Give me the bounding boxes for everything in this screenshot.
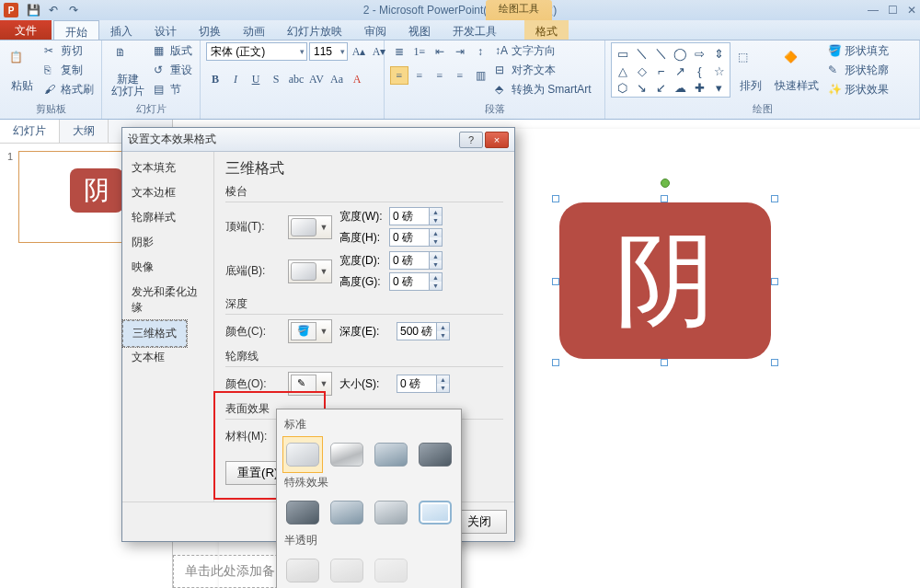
arrange-button[interactable]: ⬚ 排列: [734, 42, 767, 101]
spin-down-icon[interactable]: ▼: [429, 282, 442, 290]
nav-text-fill[interactable]: 文本填充: [122, 156, 213, 180]
quick-styles-button[interactable]: 🔶 快速样式: [771, 42, 822, 101]
shape-conn2-icon[interactable]: ↙: [652, 80, 670, 95]
redo-icon[interactable]: ↷: [66, 3, 81, 17]
justify-icon[interactable]: ≡: [451, 66, 469, 85]
layout-button[interactable]: ▦版式: [152, 42, 194, 59]
resize-handle-w[interactable]: [552, 278, 559, 285]
char-spacing-button[interactable]: AV: [307, 70, 326, 88]
tab-slideshow[interactable]: 幻灯片放映: [276, 20, 353, 40]
align-center-icon[interactable]: ≡: [410, 66, 429, 85]
resize-handle-nw[interactable]: [552, 195, 559, 202]
shape-arrow-icon[interactable]: ⇨: [691, 45, 708, 62]
save-icon[interactable]: 💾: [26, 3, 40, 17]
dialog-close-button[interactable]: ×: [485, 132, 509, 148]
tab-transitions[interactable]: 切换: [188, 20, 232, 40]
section-button[interactable]: ▤节: [152, 81, 194, 98]
resize-handle-n[interactable]: [661, 195, 668, 202]
shape-star-icon[interactable]: ☆: [710, 63, 728, 78]
shape-l-icon[interactable]: ⌐: [652, 63, 670, 78]
nav-text-outline[interactable]: 文本边框: [122, 180, 213, 205]
paste-button[interactable]: 📋 粘贴: [6, 42, 39, 101]
nav-textbox[interactable]: 文本框: [122, 345, 213, 370]
nav-glow[interactable]: 发光和柔化边缘: [122, 280, 213, 320]
top-bevel-dropdown[interactable]: ▼: [288, 215, 332, 239]
decrease-indent-icon[interactable]: ⇤: [431, 42, 449, 61]
font-size-combo[interactable]: 115: [309, 42, 348, 61]
text-direction-button[interactable]: ↕A文字方向: [493, 42, 593, 59]
spin-up-icon[interactable]: ▲: [429, 252, 442, 260]
material-option-clear[interactable]: [371, 552, 411, 588]
shape-conn-icon[interactable]: ↘: [633, 80, 650, 95]
underline-button[interactable]: U: [247, 70, 265, 88]
dialog-titlebar[interactable]: 设置文本效果格式 ? ×: [122, 128, 514, 152]
undo-icon[interactable]: ↶: [46, 3, 61, 17]
nav-reflection[interactable]: 映像: [122, 255, 213, 280]
spin-down-icon[interactable]: ▼: [429, 216, 442, 225]
nav-outline-style[interactable]: 轮廓样式: [122, 205, 213, 230]
align-left-icon[interactable]: ≡: [390, 66, 408, 85]
material-option-matte-warm[interactable]: [282, 436, 323, 473]
shape-updown-icon[interactable]: ⇕: [710, 45, 728, 62]
contour-size-spinner[interactable]: ▲▼: [397, 375, 450, 393]
shape-outline-button[interactable]: ✎形状轮廓: [826, 62, 891, 78]
material-option-flat[interactable]: [371, 494, 411, 531]
resize-handle-sw[interactable]: [552, 359, 559, 366]
rotation-handle[interactable]: [661, 179, 670, 188]
material-option-translucent[interactable]: [327, 552, 367, 588]
material-option-plastic[interactable]: [371, 436, 411, 473]
depth-color-dropdown[interactable]: 🪣▼: [288, 319, 332, 343]
bullets-icon[interactable]: ≣: [390, 42, 408, 61]
font-name-combo[interactable]: 宋体 (正文): [206, 42, 307, 61]
resize-handle-se[interactable]: [771, 359, 778, 366]
tab-view[interactable]: 视图: [397, 20, 442, 40]
tab-animations[interactable]: 动画: [232, 20, 276, 40]
bottom-width-spinner[interactable]: ▲▼: [389, 251, 443, 270]
close-window-icon[interactable]: ✕: [907, 4, 916, 17]
nav-shadow[interactable]: 阴影: [122, 230, 213, 255]
spin-down-icon[interactable]: ▼: [436, 384, 449, 392]
new-slide-button[interactable]: 🗎 新建 幻灯片: [108, 42, 148, 101]
shape-oval-icon[interactable]: ◯: [672, 45, 689, 62]
spin-down-icon[interactable]: ▼: [429, 237, 442, 246]
bold-button[interactable]: B: [206, 70, 224, 88]
shape-diamond-icon[interactable]: ◇: [633, 63, 650, 78]
tab-home[interactable]: 开始: [53, 20, 99, 40]
file-tab[interactable]: 文件: [0, 20, 52, 40]
spin-up-icon[interactable]: ▲: [429, 229, 442, 237]
dialog-help-button[interactable]: ?: [459, 132, 483, 148]
material-option-dark-edge[interactable]: [282, 494, 323, 531]
shape-plus-icon[interactable]: ✚: [691, 80, 708, 95]
contour-color-dropdown[interactable]: ✎▼: [288, 372, 332, 396]
bottom-height-spinner[interactable]: ▲▼: [389, 272, 443, 291]
material-option-metal[interactable]: [415, 436, 455, 473]
shape-brace-icon[interactable]: {: [691, 63, 708, 78]
shape-line2-icon[interactable]: ＼: [652, 45, 670, 62]
minimize-icon[interactable]: —: [868, 4, 879, 17]
top-height-spinner[interactable]: ▲▼: [389, 228, 443, 247]
change-case-button[interactable]: Aa: [328, 70, 346, 88]
shape-line-icon[interactable]: ＼: [633, 45, 650, 62]
reset-button[interactable]: ↺重设: [152, 62, 194, 78]
spin-up-icon[interactable]: ▲: [429, 208, 442, 216]
shape-tri-icon[interactable]: △: [614, 63, 631, 78]
tab-design[interactable]: 设计: [144, 20, 188, 40]
columns-icon[interactable]: ▥: [471, 66, 489, 85]
align-right-icon[interactable]: ≡: [431, 66, 449, 85]
numbering-icon[interactable]: 1≡: [410, 42, 429, 61]
font-color-button[interactable]: A: [348, 70, 366, 88]
shape-effects-button[interactable]: ✨形状效果: [826, 81, 891, 98]
increase-indent-icon[interactable]: ⇥: [451, 42, 469, 61]
tab-insert[interactable]: 插入: [99, 20, 144, 40]
strikethrough-button[interactable]: S: [267, 70, 285, 88]
spin-up-icon[interactable]: ▲: [436, 323, 449, 331]
shapes-gallery[interactable]: ▭ ＼ ＼ ◯ ⇨ ⇕ △ ◇ ⌐ ↗ { ☆ ⬡ ↘ ↙ ☁ ✚ ▾: [611, 42, 730, 98]
shadow-button-font[interactable]: abc: [287, 70, 305, 88]
tab-review[interactable]: 审阅: [353, 20, 397, 40]
spin-down-icon[interactable]: ▼: [429, 260, 442, 269]
resize-handle-ne[interactable]: [771, 195, 778, 202]
nav-3d-format[interactable]: 三维格式: [122, 320, 187, 347]
shape-arrow2-icon[interactable]: ↗: [672, 63, 689, 78]
material-option-matte[interactable]: [327, 436, 367, 473]
tab-format-context[interactable]: 格式: [524, 20, 569, 40]
